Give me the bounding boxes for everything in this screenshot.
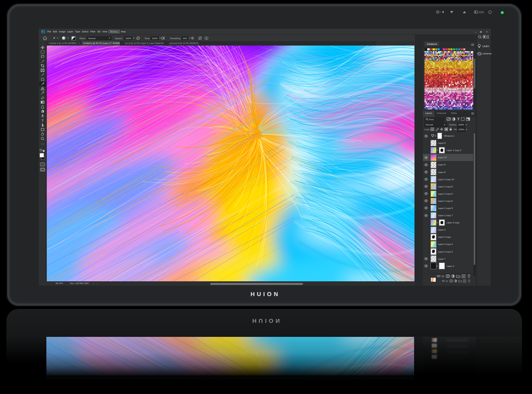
svg-text:T: T	[457, 117, 460, 121]
svg-text:/OK: /OK	[479, 10, 484, 14]
svg-text:fx: fx	[446, 280, 448, 283]
svg-text:/: /	[440, 10, 441, 14]
svg-text:…: …	[41, 42, 44, 44]
svg-text:T: T	[42, 119, 44, 123]
